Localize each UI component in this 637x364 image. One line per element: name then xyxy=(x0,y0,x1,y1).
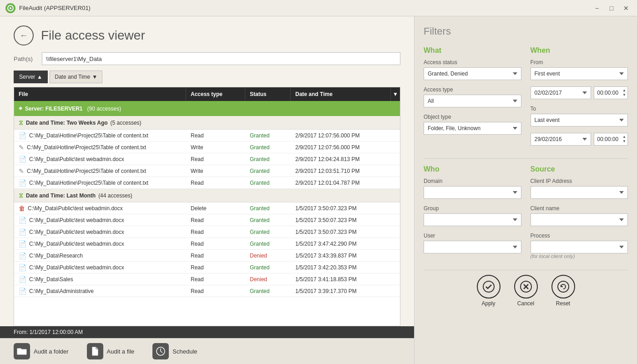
group-select[interactable] xyxy=(424,213,521,226)
from-date-input[interactable]: 02/02/2017 xyxy=(531,86,592,99)
audit-file-label: Audit a file xyxy=(107,348,135,355)
status-cell: Granted xyxy=(245,286,291,296)
doc-icon: 📄 xyxy=(19,288,26,295)
access-cell: Delete xyxy=(186,203,245,213)
filters-panel: Filters What Access status Granted, Deni… xyxy=(414,16,637,364)
cancel-circle xyxy=(514,275,538,298)
from-time-input[interactable]: 00:00:00 ▲ ▼ xyxy=(594,86,628,99)
table-row: 📄C:\My_Data\Public\test webadmin.docx Re… xyxy=(14,214,400,226)
back-button[interactable]: ← xyxy=(14,25,34,46)
what-title: What xyxy=(424,46,521,55)
date-group-last-month: ⧖ Date and Time: Last Month (44 accesses… xyxy=(14,189,400,202)
minimize-button[interactable]: − xyxy=(592,3,602,14)
file-path: C:\My_Data\Hotline\Project25\Table of co… xyxy=(29,132,148,139)
client-ip-select[interactable] xyxy=(531,186,628,199)
object-type-group: Object type Folder, File, Unknown All Fo… xyxy=(424,114,521,135)
write-icon: ✎ xyxy=(19,144,24,151)
to-time-up[interactable]: ▲ xyxy=(621,135,627,139)
extra-cell xyxy=(391,146,400,149)
access-type-label: Access type xyxy=(424,86,521,93)
to-time-arrows: ▲ ▼ xyxy=(621,135,627,144)
date-time-button[interactable]: Date and Time ▼ xyxy=(50,71,102,83)
file-cell: ✎C:\My_Data\Hotline\Project25\Table of c… xyxy=(14,142,186,153)
page-header: ← File access viewer xyxy=(0,16,414,52)
access-cell: Read xyxy=(186,178,245,188)
doc-icon: 📄 xyxy=(19,156,26,163)
object-type-label: Object type xyxy=(424,114,521,120)
path-label: Path(s) xyxy=(14,56,36,62)
access-type-select[interactable]: All Read Write Delete xyxy=(424,95,521,107)
process-select[interactable] xyxy=(531,241,628,253)
object-type-select[interactable]: Folder, File, Unknown All Folder File xyxy=(424,122,521,135)
group2-label: Date and Time: Last Month xyxy=(26,192,96,199)
file-path: C:\My_Data\Public\test webadmin.docx xyxy=(29,217,124,223)
datetime-cell: 1/5/2017 3:42:20.353 PM xyxy=(291,263,391,273)
client-ip-group: Client IP Address xyxy=(531,178,628,199)
process-label: Process xyxy=(531,233,628,239)
client-name-label: Client name xyxy=(531,205,628,212)
audit-folder-button[interactable]: Audit a folder xyxy=(14,343,69,359)
doc-icon: 📄 xyxy=(19,264,26,271)
client-name-select[interactable] xyxy=(531,213,628,226)
window-controls[interactable]: − □ ✕ xyxy=(592,3,632,14)
server-label: Server: FILESERVER1 xyxy=(25,106,83,112)
server-button[interactable]: Server ▲ xyxy=(14,71,48,83)
to-time-down[interactable]: ▼ xyxy=(621,139,627,144)
status-cell: Denied xyxy=(245,251,291,261)
from-select[interactable]: First event Custom date xyxy=(531,67,628,80)
audit-folder-label: Audit a folder xyxy=(34,348,69,355)
maximize-button[interactable]: □ xyxy=(606,3,617,14)
server-accesses: (90 accesses) xyxy=(87,106,121,112)
schedule-button[interactable]: Schedule xyxy=(152,343,197,359)
access-status-select[interactable]: Granted, Denied All Granted Denied xyxy=(424,67,521,80)
server-name: (APPSERVER01) xyxy=(44,5,91,11)
filters-title: Filters xyxy=(424,25,628,37)
server-icon: ⌖ xyxy=(19,105,22,112)
action-buttons: Apply Cancel Reset xyxy=(424,270,628,307)
cancel-label: Cancel xyxy=(517,300,534,307)
col-extra: ▼ xyxy=(391,87,400,101)
reset-button[interactable]: Reset xyxy=(551,275,575,307)
apply-label: Apply xyxy=(481,300,495,307)
table-row: 📄C:\My_Data\Administrative Read Granted … xyxy=(14,285,400,297)
extra-cell xyxy=(391,181,400,185)
from-time-value: 00:00:00 xyxy=(594,90,621,96)
apply-button[interactable]: Apply xyxy=(477,275,500,307)
to-time-input[interactable]: 00:00:00 ▲ ▼ xyxy=(594,133,628,146)
file-cell: 📄C:\My_Data\Sales xyxy=(14,274,186,285)
access-cell: Read xyxy=(186,239,245,249)
file-cell: ✎C:\My_Data\Hotline\Project25\Table of c… xyxy=(14,166,186,177)
from-date-row: 02/02/2017 00:00:00 ▲ ▼ xyxy=(531,86,628,99)
domain-group: Domain xyxy=(424,178,521,199)
to-select[interactable]: Last event Custom date xyxy=(531,114,628,126)
to-time-value: 00:00:00 xyxy=(594,136,621,142)
status-cell: Granted xyxy=(245,178,291,188)
table-row: 🗑C:\My_Data\Public\test webadmin.docx De… xyxy=(14,202,400,214)
cancel-button[interactable]: Cancel xyxy=(514,275,538,307)
path-input[interactable] xyxy=(42,52,400,65)
col-file: File xyxy=(14,87,186,101)
delete-icon: 🗑 xyxy=(19,205,25,212)
file-path: C:\My_Data\Public\test webadmin.docx xyxy=(29,229,124,235)
access-cell: Write xyxy=(186,166,245,176)
access-cell: Read xyxy=(186,131,245,141)
denied-icon: 📄 xyxy=(19,252,26,259)
from-time-up[interactable]: ▲ xyxy=(621,88,627,93)
from-time-down[interactable]: ▼ xyxy=(621,93,627,97)
user-select[interactable] xyxy=(424,241,521,253)
user-label: User xyxy=(424,233,521,239)
file-path: C:\My_Data\Hotline\Project25\Table of co… xyxy=(27,144,146,151)
to-date-input[interactable]: 29/02/2016 xyxy=(531,133,592,146)
server-row: ⌖ Server: FILESERVER1 (90 accesses) xyxy=(14,101,400,116)
source-section: Source Client IP Address Client name Pro… xyxy=(531,165,628,265)
access-cell: Read xyxy=(186,154,245,164)
who-section: Who Domain Group User xyxy=(424,165,521,265)
close-button[interactable]: ✕ xyxy=(621,3,632,14)
audit-file-button[interactable]: Audit a file xyxy=(87,343,135,359)
domain-select[interactable] xyxy=(424,186,521,199)
group2-accesses: (44 accesses) xyxy=(98,192,132,199)
reset-label: Reset xyxy=(556,300,570,307)
domain-label: Domain xyxy=(424,178,521,184)
extra-cell xyxy=(391,207,400,210)
what-section: What Access status Granted, Denied All G… xyxy=(424,46,521,152)
